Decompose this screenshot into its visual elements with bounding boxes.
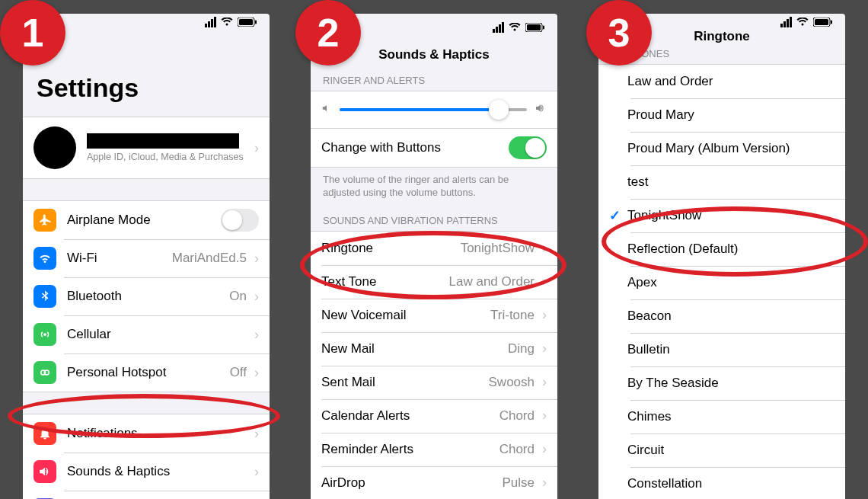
chevron-right-icon: › bbox=[542, 441, 547, 457]
airplane-icon bbox=[34, 209, 56, 232]
row-text-tone[interactable]: Text Tone Law and Order › bbox=[311, 265, 557, 299]
row-cellular[interactable]: Cellular › bbox=[23, 315, 270, 353]
svg-rect-7 bbox=[527, 24, 541, 30]
label-calendar-alerts: Calendar Alerts bbox=[321, 408, 499, 424]
speaker-low-icon bbox=[321, 103, 332, 117]
cellular-signal-icon bbox=[205, 17, 216, 27]
row-personal-hotspot[interactable]: Personal Hotspot Off › bbox=[23, 353, 270, 392]
ringtone-item[interactable]: Proud Mary bbox=[598, 98, 845, 132]
ringtone-label: test bbox=[627, 174, 648, 190]
wifi-icon bbox=[796, 18, 809, 27]
chevron-right-icon: › bbox=[254, 464, 259, 480]
ringtone-item[interactable]: Law and Order bbox=[598, 65, 845, 98]
value-sent-mail: Swoosh bbox=[489, 375, 535, 390]
section-header-patterns: Sounds and Vibration Patterns bbox=[311, 200, 557, 231]
battery-icon bbox=[525, 23, 545, 32]
row-apple-id[interactable]: Apple ID, iCloud, Media & Purchases › bbox=[23, 117, 270, 179]
value-airdrop: Pulse bbox=[502, 475, 535, 491]
row-sent-mail[interactable]: Sent Mail Swoosh › bbox=[311, 366, 557, 399]
nav-title: Sounds & Haptics bbox=[378, 47, 489, 62]
row-notifications[interactable]: Notifications › bbox=[23, 414, 270, 453]
ringtone-label: Proud Mary (Album Version) bbox=[627, 141, 790, 156]
label-change-with-buttons: Change with Buttons bbox=[321, 140, 509, 155]
label-new-mail: New Mail bbox=[321, 341, 508, 357]
ringtone-label: Beacon bbox=[627, 309, 672, 324]
row-ringer-volume[interactable] bbox=[311, 91, 557, 129]
ringtone-item[interactable]: Reflection (Default) bbox=[598, 232, 845, 266]
ringtone-label: Law and Order bbox=[627, 74, 713, 89]
speaker-icon bbox=[34, 460, 56, 483]
ringtone-item[interactable]: By The Seaside bbox=[598, 366, 845, 400]
label-bluetooth: Bluetooth bbox=[67, 289, 229, 304]
row-change-with-buttons[interactable]: Change with Buttons bbox=[311, 129, 557, 168]
label-reminder-alerts: Reminder Alerts bbox=[321, 442, 499, 457]
row-airdrop[interactable]: AirDrop Pulse › bbox=[311, 466, 557, 499]
ringtone-label: Circuit bbox=[627, 443, 664, 458]
label-ringtone: Ringtone bbox=[321, 241, 461, 256]
ringtone-item[interactable]: Chimes bbox=[598, 400, 845, 433]
value-new-voicemail: Tri-tone bbox=[490, 308, 535, 323]
svg-rect-1 bbox=[239, 19, 253, 25]
row-new-mail[interactable]: New Mail Ding › bbox=[311, 332, 557, 366]
svg-rect-10 bbox=[815, 19, 828, 25]
row-ringtone[interactable]: Ringtone TonightShow › bbox=[311, 232, 557, 265]
label-sent-mail: Sent Mail bbox=[321, 375, 489, 390]
volume-slider[interactable] bbox=[340, 108, 527, 111]
ringtone-item[interactable]: ✓TonightShow bbox=[598, 199, 845, 232]
ringtone-item[interactable]: Constellation bbox=[598, 467, 845, 499]
step-badge-3: 3 bbox=[586, 0, 652, 66]
value-reminder-alerts: Chord bbox=[499, 442, 535, 457]
value-hotspot: Off bbox=[230, 365, 247, 380]
ringtone-item[interactable]: Apex bbox=[598, 266, 845, 299]
value-wifi: MariAndEd.5 bbox=[172, 251, 247, 266]
row-airplane-mode[interactable]: Airplane Mode bbox=[23, 201, 270, 239]
battery-icon bbox=[238, 18, 257, 27]
chevron-right-icon: › bbox=[542, 240, 547, 256]
ringtone-label: Apex bbox=[627, 275, 657, 290]
label-airdrop: AirDrop bbox=[321, 475, 502, 491]
profile-subtitle: Apple ID, iCloud, Media & Purchases bbox=[87, 152, 244, 162]
chevron-right-icon: › bbox=[542, 273, 547, 289]
checkmark-icon: ✓ bbox=[609, 207, 627, 224]
change-buttons-toggle[interactable] bbox=[509, 136, 547, 159]
ringtone-item[interactable]: Circuit bbox=[598, 433, 845, 467]
bluetooth-icon bbox=[34, 285, 56, 308]
section-header-ringer: Ringer and Alerts bbox=[311, 72, 557, 91]
ringtone-label: TonightShow bbox=[627, 208, 701, 223]
row-calendar-alerts[interactable]: Calendar Alerts Chord › bbox=[311, 399, 557, 433]
row-bluetooth[interactable]: Bluetooth On › bbox=[23, 277, 270, 315]
chevron-right-icon: › bbox=[254, 251, 259, 267]
label-hotspot: Personal Hotspot bbox=[67, 365, 230, 380]
label-cellular: Cellular bbox=[67, 327, 254, 342]
ringtone-item[interactable]: test bbox=[598, 165, 845, 199]
label-text-tone: Text Tone bbox=[321, 274, 449, 289]
ringtone-label: Reflection (Default) bbox=[627, 242, 739, 257]
row-wifi[interactable]: Wi-Fi MariAndEd.5 › bbox=[23, 239, 270, 277]
label-wifi: Wi-Fi bbox=[67, 251, 172, 266]
bell-icon bbox=[34, 422, 56, 445]
svg-rect-8 bbox=[543, 26, 544, 30]
value-new-mail: Ding bbox=[508, 341, 535, 357]
ringtone-item[interactable]: Proud Mary (Album Version) bbox=[598, 132, 845, 165]
ringtone-list: Law and OrderProud MaryProud Mary (Album… bbox=[598, 64, 845, 499]
svg-point-3 bbox=[43, 333, 46, 336]
ringtone-label: Constellation bbox=[627, 476, 702, 491]
value-bluetooth: On bbox=[229, 289, 247, 304]
airplane-toggle[interactable] bbox=[221, 209, 259, 232]
row-focus[interactable]: Focus › bbox=[23, 491, 270, 499]
nav-title: Ringtone bbox=[694, 29, 750, 44]
svg-rect-11 bbox=[831, 21, 832, 24]
ringtone-item[interactable]: Bulletin bbox=[598, 333, 845, 366]
ringtone-item[interactable]: Beacon bbox=[598, 299, 845, 333]
cellular-icon bbox=[34, 323, 56, 346]
ringtone-label: Chimes bbox=[627, 409, 672, 424]
row-reminder-alerts[interactable]: Reminder Alerts Chord › bbox=[311, 433, 557, 466]
chevron-right-icon: › bbox=[254, 327, 259, 343]
row-sounds-haptics[interactable]: Sounds & Haptics › bbox=[23, 453, 270, 491]
ringtone-label: Bulletin bbox=[627, 342, 670, 357]
ringtone-label: Proud Mary bbox=[627, 107, 694, 123]
label-notifications: Notifications bbox=[67, 426, 254, 441]
chevron-right-icon: › bbox=[542, 374, 547, 390]
row-new-voicemail[interactable]: New Voicemail Tri-tone › bbox=[311, 299, 557, 332]
ringtone-label: By The Seaside bbox=[627, 376, 719, 391]
